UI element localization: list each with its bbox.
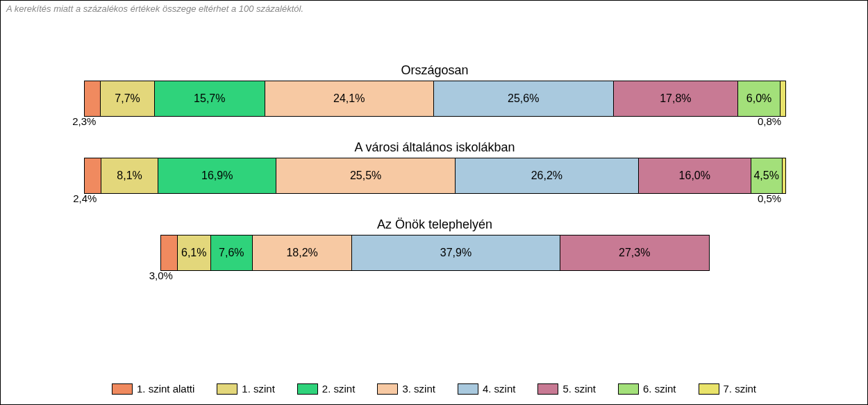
segment-label: 2,4% xyxy=(73,192,97,204)
legend-swatch xyxy=(112,383,133,395)
segment: 18,2% xyxy=(252,235,352,270)
segment: 26,2% xyxy=(455,158,638,193)
stacked-bar: 7,7%15,7%24,1%25,6%17,8%6,0% xyxy=(84,81,786,117)
legend: 1. szint alatti1. szint2. szint3. szint4… xyxy=(1,383,867,395)
bar-wrap: 6,1%7,6%18,2%37,9%27,3%3,0% xyxy=(84,235,785,271)
stacked-bar: 8,1%16,9%25,5%26,2%16,0%4,5% xyxy=(84,158,786,194)
segment: 37,9% xyxy=(351,235,559,270)
bar-wrap: 8,1%16,9%25,5%26,2%16,0%4,5%2,4%0,5% xyxy=(84,158,785,194)
group-title: Országosan xyxy=(84,63,785,78)
legend-item: 4. szint xyxy=(458,383,516,395)
segment: 27,3% xyxy=(560,235,709,270)
segment: 25,6% xyxy=(433,81,613,116)
segment: 4,5% xyxy=(751,158,782,193)
legend-item: 5. szint xyxy=(537,383,596,395)
legend-item: 1. szint alatti xyxy=(112,383,194,395)
chart-group: Az Önök telephelyén6,1%7,6%18,2%37,9%27,… xyxy=(84,217,785,271)
segment xyxy=(780,81,785,116)
segment xyxy=(84,158,101,193)
legend-item: 2. szint xyxy=(297,383,356,395)
segment xyxy=(160,235,177,270)
segment xyxy=(84,81,100,116)
segment: 7,7% xyxy=(100,81,154,116)
segment-label: 0,5% xyxy=(758,192,781,204)
legend-label: 1. szint xyxy=(242,383,275,395)
bar-wrap: 7,7%15,7%24,1%25,6%17,8%6,0%2,3%0,8% xyxy=(84,81,785,117)
segment: 16,0% xyxy=(638,158,750,193)
legend-swatch xyxy=(377,383,398,395)
legend-label: 4. szint xyxy=(483,383,516,395)
legend-label: 6. szint xyxy=(643,383,676,395)
segment-label: 0,8% xyxy=(758,115,781,127)
segment: 6,0% xyxy=(737,81,780,116)
charts: Országosan7,7%15,7%24,1%25,6%17,8%6,0%2,… xyxy=(84,63,785,295)
chart-group: Országosan7,7%15,7%24,1%25,6%17,8%6,0%2,… xyxy=(84,63,785,117)
group-title: Az Önök telephelyén xyxy=(84,217,785,232)
legend-item: 3. szint xyxy=(377,383,435,395)
segment-label: 2,3% xyxy=(72,115,96,127)
legend-label: 7. szint xyxy=(724,383,757,395)
footnote: A kerekítés miatt a százalékos értékek ö… xyxy=(6,3,303,14)
legend-item: 7. szint xyxy=(699,383,757,395)
legend-label: 5. szint xyxy=(562,383,596,395)
legend-swatch xyxy=(537,383,558,395)
legend-label: 3. szint xyxy=(402,383,435,395)
group-title: A városi általános iskolákban xyxy=(84,140,785,155)
legend-swatch xyxy=(699,383,719,395)
legend-swatch xyxy=(217,383,237,395)
segment: 16,9% xyxy=(158,158,276,193)
segment: 17,8% xyxy=(613,81,738,116)
segment-label: 3,0% xyxy=(149,270,173,281)
segment: 6,1% xyxy=(177,235,210,270)
segment xyxy=(782,158,785,193)
stacked-bar: 6,1%7,6%18,2%37,9%27,3% xyxy=(160,235,710,271)
segment: 15,7% xyxy=(154,81,265,116)
legend-item: 1. szint xyxy=(217,383,275,395)
segment: 8,1% xyxy=(101,158,158,193)
legend-label: 2. szint xyxy=(322,383,356,395)
legend-swatch xyxy=(618,383,639,395)
segment: 25,5% xyxy=(276,158,454,193)
legend-label: 1. szint alatti xyxy=(137,383,194,395)
legend-swatch xyxy=(297,383,318,395)
legend-item: 6. szint xyxy=(618,383,676,395)
segment: 24,1% xyxy=(265,81,433,116)
legend-swatch xyxy=(458,383,478,395)
chart-group: A városi általános iskolákban8,1%16,9%25… xyxy=(84,140,785,194)
segment: 7,6% xyxy=(210,235,252,270)
